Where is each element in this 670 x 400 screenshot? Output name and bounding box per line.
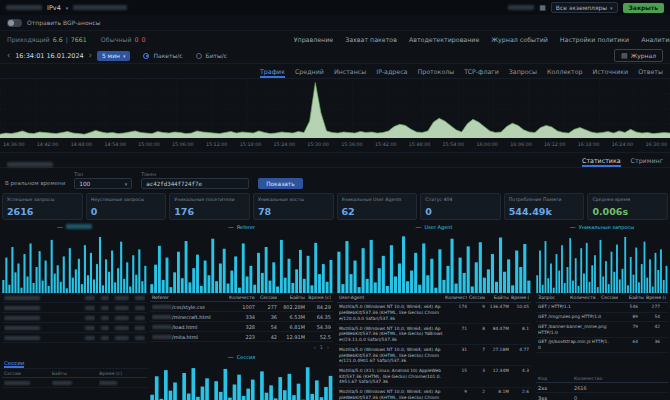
table-row[interactable]: /mita.html2234212.91M52.5	[150, 332, 333, 342]
top-select[interactable]: 100 ▾	[74, 178, 132, 189]
table-row[interactable]: GET /js/bootstrap.min.js HTTP/1.064368.2…	[536, 338, 668, 353]
tab-average[interactable]: Средний	[295, 68, 324, 78]
column-header: Количество	[445, 295, 467, 300]
redacted-text	[4, 336, 40, 340]
pager-arrow[interactable]: ›	[327, 344, 329, 350]
table-row[interactable]: Mozilla/5.0 (X11; Linux; Android 10) App…	[337, 366, 531, 387]
redacted-cell	[81, 315, 95, 321]
table-row[interactable]: /load.html328546.81M54.39	[150, 322, 333, 332]
redacted-hostname	[6, 5, 42, 10]
session-legend-label: Сессия	[237, 354, 255, 360]
x-axis-label: 15:42:00	[375, 142, 397, 147]
instances-select[interactable]: Все экземпляры ▾	[551, 2, 618, 13]
column-header: Сессии	[257, 295, 277, 300]
unit-radio-bits[interactable]: Биты/с	[196, 52, 228, 59]
x-axis-label: 15:06:00	[172, 142, 194, 147]
redacted-cell	[111, 295, 129, 301]
table-row[interactable]: 3xx0	[536, 393, 668, 400]
tab-requests[interactable]: Запросы	[509, 68, 537, 78]
table-row[interactable]: GET /banner-banner_mime.png HTTP/1.07942…	[536, 322, 668, 337]
tab-tcp-flags[interactable]: TCP-флаги	[464, 68, 498, 78]
tab-sources[interactable]: Источники	[593, 68, 629, 78]
tab-instances[interactable]: Инстансы	[334, 68, 366, 78]
request-cell: GET /banner-banner_mime.png HTTP/1.0	[538, 324, 610, 335]
column-header: Время (с)	[99, 371, 145, 376]
journal-button[interactable]: ▤ Журнал	[614, 49, 663, 62]
table-row[interactable]	[2, 378, 147, 388]
tab-sessions[interactable]: Сессии	[4, 360, 24, 368]
table-row[interactable]	[2, 333, 147, 343]
tab-protocols[interactable]: Протоколы	[417, 68, 454, 78]
tab-collector[interactable]: Коллектор	[547, 68, 583, 78]
stat-card-memory-usage: Потребление Памяти544.49k	[504, 193, 585, 220]
nav-item-event-log[interactable]: Журнал событий	[491, 36, 548, 43]
tab-statistics[interactable]: Статистика	[582, 157, 621, 167]
show-button[interactable]: Показать	[258, 178, 302, 189]
unit-radio-packets[interactable]: Пакеты/с	[143, 52, 182, 59]
table-row[interactable]	[2, 313, 147, 323]
stats-tabs-bar: СтатистикаСтриминг	[0, 152, 670, 168]
traffic-chart[interactable]	[0, 79, 670, 139]
tab-responses[interactable]: Ответы	[638, 68, 663, 78]
journal-button-label: Журнал	[631, 52, 656, 59]
token-input[interactable]	[141, 178, 249, 189]
nav-item-autodetect[interactable]: Автодетектирование	[409, 36, 479, 43]
time-cell: 84.29	[307, 304, 331, 310]
table-row[interactable]	[2, 323, 147, 333]
apps-grid-icon[interactable]: ▦	[539, 4, 546, 12]
legend-dash-icon: —	[570, 224, 576, 230]
close-button[interactable]: Закрыть	[623, 3, 664, 13]
x-axis-label: 14:48:00	[71, 142, 93, 147]
count-cell: 2616	[574, 385, 666, 391]
redacted-text	[101, 316, 109, 320]
bgp-bar: Отправить BGP-анонсы	[0, 15, 670, 31]
x-axis-label: 16:30:00	[645, 142, 667, 147]
datetime-value[interactable]: 16:34:01 16.01.2024	[15, 52, 83, 60]
tab-streaming[interactable]: Стриминг	[631, 157, 663, 167]
referer-path-suffix: /minecraft.html	[172, 314, 211, 320]
table-row[interactable]: Mozilla/5.0 (Windows NT 10.0; Win64; x64…	[337, 303, 531, 324]
redacted-text	[4, 316, 40, 320]
tab-traffic[interactable]: Трафик	[260, 68, 285, 78]
table-row[interactable]	[2, 293, 147, 303]
column-header: Байты	[487, 295, 509, 300]
column-header: Код	[538, 376, 572, 381]
table-row[interactable]: Mozilla/5.0 (Windows NT 10.0; Win64; x64…	[337, 324, 531, 345]
prev-time-button[interactable]: ‹	[7, 52, 10, 60]
bytes-cell: 84.47M	[487, 326, 509, 331]
redacted-text	[4, 306, 40, 310]
table-row[interactable]: 2xx2616	[536, 383, 668, 393]
table-row[interactable]: GET /img/rules.png HTTP/1.0895412.3M6.1	[536, 313, 668, 323]
pager-arrow[interactable]: ‹	[314, 344, 316, 350]
sessions-cell: 8	[469, 326, 485, 331]
referer-path-suffix: /mita.html	[172, 334, 198, 340]
time-cell: 2.6	[511, 389, 529, 394]
next-time-button[interactable]: ›	[89, 52, 92, 60]
table-row[interactable]: /css/style.css1007277802.28M84.29	[150, 302, 333, 312]
page-number[interactable]: 1	[320, 344, 323, 350]
stat-card-unique-hosts: Уникальные хосты78	[253, 193, 334, 220]
table-row[interactable]: Mozilla/5.0 (Windows NT 10.0; Win64; x64…	[337, 388, 531, 400]
stat-card-unique-visitors: Уникальные посетители176	[169, 193, 250, 220]
table-row[interactable]: GET / HTTP/1.1546277432.1M84.2	[536, 303, 668, 313]
table-row[interactable]: Mozilla/5.0 (Windows NT 10.0; Win64; x64…	[337, 345, 531, 366]
tab-ip-addresses[interactable]: IP-адреса	[376, 68, 407, 78]
bytes-cell: 27.18M	[487, 347, 509, 352]
table-row[interactable]: /minecraft.html334366.53M64.35	[150, 312, 333, 322]
radio-selected-icon	[143, 53, 149, 59]
column-header: Время (с)	[307, 295, 331, 300]
bytes-cell: 136.47M	[487, 304, 509, 309]
count-cell: 223	[229, 334, 255, 340]
x-axis-label: 15:48:00	[409, 142, 431, 147]
nav-item-analytics[interactable]: Аналитика	[641, 36, 670, 43]
time-cell: 54.39	[307, 324, 331, 330]
table-row[interactable]	[2, 303, 147, 313]
nav-item-management[interactable]: Управление	[294, 36, 334, 43]
stat-card-value: 78	[258, 207, 329, 217]
stat-card-label: Потребление Памяти	[509, 197, 580, 202]
nav-item-packet-capture[interactable]: Захват пакетов	[345, 36, 397, 43]
range-select[interactable]: 5 мин ▾	[97, 51, 131, 61]
normal-value-1: 0	[135, 36, 139, 43]
bgp-announce-toggle[interactable]	[7, 19, 22, 27]
nav-item-policy-settings[interactable]: Настройки политики	[560, 36, 629, 43]
